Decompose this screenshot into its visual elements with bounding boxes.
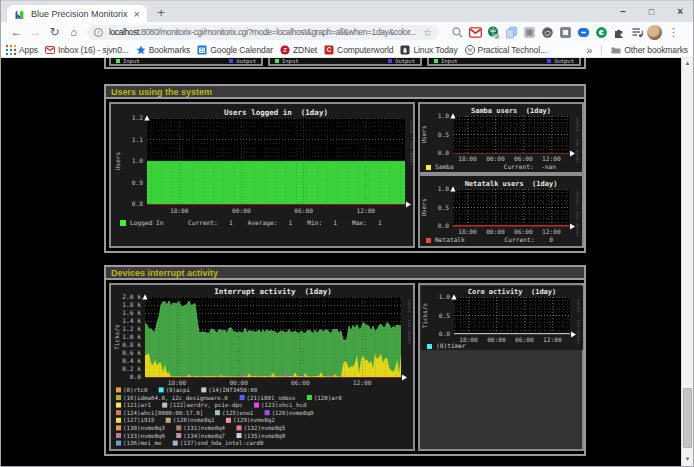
- svg-text:06:00: 06:00: [514, 155, 533, 162]
- gmail-icon[interactable]: [469, 26, 482, 39]
- new-tab-button[interactable]: +: [153, 5, 169, 21]
- back-button-icon[interactable]: ←: [7, 26, 26, 38]
- graph-samba-users[interactable]: Samba users (1day)Users1.00.50.018:0000:…: [418, 102, 584, 174]
- graph-netatalk-users[interactable]: Netatalk users (1day)Users1.00.50.018:00…: [418, 174, 584, 248]
- svg-text:1.2: 1.2: [132, 114, 143, 121]
- svg-text:Interrupt activity (1day): Interrupt activity (1day): [214, 287, 331, 296]
- svg-text:(121)ar1: (121)ar1: [123, 402, 151, 408]
- svg-text:(128)nvme0q1: (128)nvme0q1: [173, 417, 215, 424]
- frame-icon[interactable]: [559, 26, 572, 39]
- svg-text:06:00: 06:00: [514, 228, 533, 235]
- svg-text:1.0: 1.0: [439, 293, 450, 300]
- svg-text:(8)rtc0: (8)rtc0: [123, 387, 148, 393]
- puzzle-icon[interactable]: [613, 26, 626, 39]
- graph-core-activity[interactable]: Core activity (1day)Ticks/s1.00.50.018:0…: [418, 283, 584, 451]
- scrollbar-up-icon[interactable]: ▲: [682, 58, 693, 68]
- svg-text:12:00: 12:00: [543, 336, 562, 343]
- svg-text:12:00: 12:00: [356, 207, 375, 214]
- netatalk-users-graph: Netatalk users (1day)Users1.00.50.018:00…: [420, 176, 582, 246]
- browser-menu-icon[interactable]: ⋮: [668, 26, 679, 39]
- input-color-swatch: [116, 59, 120, 63]
- svg-text:RRDTOOL / TOBI OETIKER: RRDTOOL / TOBI OETIKER: [575, 191, 579, 237]
- cutoff-graph-panel-3[interactable]: InputOutput: [427, 58, 581, 66]
- scrollbar-down-icon[interactable]: ▼: [682, 454, 693, 464]
- url-text[interactable]: localhost:8080/monitorix-cgi/monitorix.c…: [109, 27, 419, 37]
- grey-box-icon[interactable]: [523, 26, 536, 39]
- svg-text:1.6 k: 1.6 k: [122, 309, 141, 316]
- bookmark-google-calendar[interactable]: 31Google Calendar: [197, 45, 273, 55]
- magnifier-icon[interactable]: [451, 26, 464, 39]
- bookmark-practical-technol[interactable]: WPractical Technol...: [465, 45, 547, 55]
- svg-text:0.0: 0.0: [438, 149, 449, 156]
- bookmark-computerworld[interactable]: CComputerworld: [324, 45, 393, 55]
- window-minimize-button[interactable]: –: [620, 7, 626, 17]
- window-maximize-button[interactable]: □: [649, 8, 654, 17]
- zdnet-icon: Z: [280, 45, 290, 55]
- cutoff-graph-panel-1[interactable]: InputOutput: [109, 58, 263, 66]
- output-color-swatch: [547, 59, 551, 63]
- svg-text:Current: -nan: Current: -nan: [504, 163, 556, 170]
- forward-button-icon[interactable]: →: [26, 26, 45, 38]
- svg-text:(131)nvme0q4: (131)nvme0q4: [183, 425, 225, 432]
- bookmark-zdnet[interactable]: ZZDNet: [280, 45, 317, 55]
- profile-avatar[interactable]: [647, 25, 662, 40]
- section-body: Interrupt activity (1day)Ticks/s2.0 k1.8…: [106, 280, 584, 454]
- bookmarks-overflow-icon[interactable]: »: [586, 44, 592, 56]
- playlist-icon[interactable]: [631, 26, 644, 39]
- svg-text:(125)eno1: (125)eno1: [222, 410, 254, 416]
- svg-text:00:00: 00:00: [486, 155, 505, 162]
- other-bookmarks-button[interactable]: Other bookmarks: [611, 45, 688, 55]
- page-scrollbar[interactable]: ▲ ▼: [681, 58, 693, 466]
- bookmark-linux-today[interactable]: Linux Today: [400, 45, 457, 55]
- svg-text:(129)nvme0q2: (129)nvme0q2: [233, 417, 275, 424]
- svg-text:(133)nvme0q6: (133)nvme0q6: [123, 433, 165, 440]
- section-users: Users using the system Users logged in (…: [104, 84, 586, 253]
- page-info-icon[interactable]: i: [94, 28, 103, 37]
- svg-text:0.0: 0.0: [438, 222, 449, 229]
- green-circle-icon[interactable]: [595, 26, 608, 39]
- home-button-icon[interactable]: ⌂: [64, 27, 83, 38]
- cutoff-graph-panel-2[interactable]: InputOutput: [268, 58, 422, 66]
- svg-text:12:00: 12:00: [353, 379, 372, 386]
- core-activity-graph: Core activity (1day)Ticks/s1.00.50.018:0…: [421, 286, 583, 350]
- graph-users-logged-in[interactable]: Users logged in (1day)Users1.21.11.00.90…: [109, 102, 415, 248]
- svg-text:1.8 k: 1.8 k: [122, 301, 141, 308]
- window-close-button[interactable]: ×: [677, 7, 683, 17]
- tab-close-icon[interactable]: ×: [134, 9, 140, 20]
- browser-tab[interactable]: Blue Precision Monitorix ×: [7, 5, 147, 23]
- svg-text:00:00: 00:00: [229, 379, 248, 386]
- bookmarks-list: AppsInbox (16) - sjvn0...Bookmarks31Goog…: [6, 45, 554, 55]
- svg-text:0.0: 0.0: [439, 330, 450, 337]
- output-color-swatch: [388, 59, 392, 63]
- bookmark-apps[interactable]: Apps: [6, 45, 38, 55]
- svg-text:00:00: 00:00: [487, 336, 506, 343]
- svg-text:12:00: 12:00: [542, 155, 561, 162]
- reload-button-icon[interactable]: ↻: [45, 26, 64, 38]
- svg-text:1.0: 1.0: [438, 185, 449, 192]
- copy-pages-icon[interactable]: [505, 26, 518, 39]
- svg-text:0.2 k: 0.2 k: [122, 365, 141, 372]
- svg-text:(123)xhci_hcd: (123)xhci_hcd: [261, 402, 306, 409]
- graph-interrupt-activity[interactable]: Interrupt activity (1day)Ticks/s2.0 k1.8…: [109, 283, 415, 451]
- svg-text:1.1: 1.1: [132, 136, 143, 143]
- interrupt-activity-graph: Interrupt activity (1day)Ticks/s2.0 k1.8…: [111, 285, 413, 449]
- svg-text:(21)i801_smbus: (21)i801_smbus: [247, 395, 296, 402]
- bookmark-label: Linux Today: [413, 45, 457, 55]
- monitorix-favicon-icon: [14, 9, 25, 20]
- bookmarks-bar: AppsInbox (16) - sjvn0...Bookmarks31Goog…: [1, 42, 693, 58]
- svg-text:(137)snd_hda_intel:card0: (137)snd_hda_intel:card0: [180, 440, 264, 447]
- bookmark-bookmarks[interactable]: Bookmarks: [136, 45, 191, 55]
- bookmark-star-icon[interactable]: ☆: [423, 27, 432, 38]
- scrollbar-thumb[interactable]: [683, 388, 692, 448]
- blue-oval-icon[interactable]: [577, 26, 590, 39]
- tab-strip: Blue Precision Monitorix × + – □ ×: [1, 0, 693, 22]
- svg-text:(124)ahci[0000:00:17.0]: (124)ahci[0000:00:17.0]: [123, 410, 203, 416]
- address-bar[interactable]: i localhost:8080/monitorix-cgi/monitorix…: [87, 25, 439, 40]
- green-globe-icon[interactable]: [487, 26, 500, 39]
- users-right-column: Samba users (1day)Users1.00.50.018:0000:…: [418, 102, 584, 248]
- bookmark-inbox-16-sjvn0[interactable]: Inbox (16) - sjvn0...: [45, 45, 129, 55]
- dark-swirl-icon[interactable]: [541, 26, 554, 39]
- svg-text:RRDTOOL / TOBI OETIKER: RRDTOOL / TOBI OETIKER: [409, 120, 413, 166]
- bookmark-label: ZDNet: [293, 45, 317, 55]
- svg-text:(132)nvme0q5: (132)nvme0q5: [243, 425, 285, 432]
